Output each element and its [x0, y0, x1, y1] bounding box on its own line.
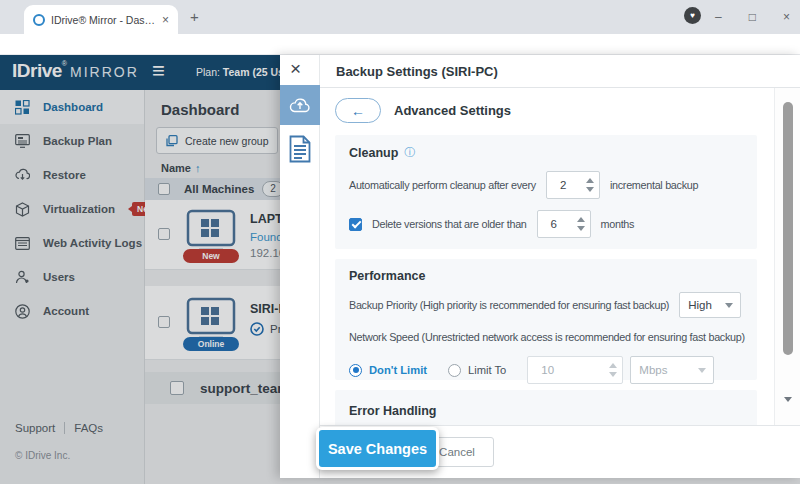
- delete-versions-checkbox[interactable]: [349, 218, 362, 231]
- limit-value-stepper[interactable]: 10: [527, 356, 623, 384]
- delete-months-value: 6: [538, 218, 572, 230]
- close-window-button[interactable]: ×: [783, 10, 790, 24]
- save-changes-button[interactable]: Save Changes: [316, 427, 439, 470]
- limit-unit-dropdown[interactable]: Mbps: [630, 356, 714, 384]
- browser-tab[interactable]: IDrive® Mirror - Dashboard ×: [24, 5, 178, 34]
- delete-months-suffix: months: [601, 218, 635, 230]
- performance-heading: Performance: [349, 269, 743, 283]
- error-handling-section: Error Handling: [335, 390, 757, 425]
- backup-priority-row: Backup Priority (High priority is recomm…: [349, 292, 743, 318]
- error-handling-heading: Error Handling: [349, 404, 743, 418]
- stepper-arrows: [604, 363, 622, 377]
- performance-section: Performance Backup Priority (High priori…: [335, 259, 757, 380]
- cleanup-count-value: 2: [547, 179, 581, 191]
- limit-value: 10: [528, 364, 604, 376]
- new-tab-button[interactable]: +: [190, 8, 199, 25]
- heart-icon[interactable]: ♥: [684, 7, 701, 24]
- stepper-down-icon[interactable]: [586, 187, 594, 192]
- stepper-arrows[interactable]: [572, 217, 590, 231]
- error-handling-heading-text: Error Handling: [349, 404, 437, 418]
- stepper-up-icon: [609, 363, 617, 368]
- tab-title: IDrive® Mirror - Dashboard: [51, 14, 156, 26]
- tab-close-icon[interactable]: ×: [162, 13, 169, 27]
- dropdown-caret-icon: [698, 368, 706, 373]
- back-button[interactable]: ←: [335, 98, 381, 123]
- panel-scrollbar[interactable]: [774, 88, 800, 425]
- auto-cleanup-suffix: incremental backup: [610, 179, 698, 191]
- priority-dropdown[interactable]: High: [679, 292, 741, 318]
- browser-tab-strip: IDrive® Mirror - Dashboard × + ♥ – □ ×: [0, 0, 800, 34]
- stepper-up-icon[interactable]: [586, 178, 594, 183]
- browser-toolbar: ← → ↻ idrivemirror.com/mirror/dashboard …: [0, 34, 800, 55]
- delete-versions-label: Delete versions that are older than: [372, 218, 527, 230]
- dont-limit-label[interactable]: Don't Limit: [369, 364, 427, 376]
- backup-settings-panel: × Backup Settings (SIRI-PC) ← Advanced S…: [280, 55, 800, 478]
- limit-unit-value: Mbps: [631, 364, 698, 376]
- limit-options-row: Don't Limit Limit To 10 Mbps: [349, 356, 743, 384]
- stepper-down-icon[interactable]: [577, 226, 585, 231]
- idrive-favicon: [33, 14, 45, 26]
- panel-close-icon[interactable]: ×: [290, 58, 301, 80]
- limit-to-label[interactable]: Limit To: [468, 364, 506, 376]
- info-icon[interactable]: ⓘ: [404, 145, 415, 160]
- advanced-settings-label: Advanced Settings: [394, 103, 511, 118]
- panel-title: Backup Settings (SIRI-PC): [320, 64, 498, 79]
- cleanup-section: Cleanup ⓘ Automatically perform cleanup …: [335, 135, 757, 249]
- cancel-button-label: Cancel: [439, 446, 475, 458]
- network-speed-label: Network Speed (Unrestricted network acce…: [349, 331, 745, 343]
- maximize-button[interactable]: □: [749, 10, 756, 24]
- tab-report[interactable]: [289, 135, 311, 167]
- tab-backup-settings[interactable]: [280, 85, 320, 125]
- save-button-label: Save Changes: [328, 441, 427, 457]
- cleanup-heading: Cleanup ⓘ: [349, 145, 743, 160]
- advanced-settings-row: ← Advanced Settings: [335, 98, 511, 123]
- delete-versions-row: Delete versions that are older than 6 mo…: [349, 210, 743, 238]
- stepper-arrows[interactable]: [581, 178, 599, 192]
- stepper-down-icon: [609, 372, 617, 377]
- scrollbar-thumb[interactable]: [783, 102, 793, 355]
- limit-to-radio[interactable]: [448, 364, 461, 377]
- minimize-button[interactable]: –: [715, 10, 722, 24]
- auto-cleanup-prefix: Automatically perform cleanup after ever…: [349, 179, 536, 191]
- stepper-up-icon[interactable]: [577, 217, 585, 222]
- panel-header: Backup Settings (SIRI-PC): [320, 55, 800, 88]
- cleanup-count-stepper[interactable]: 2: [546, 171, 600, 199]
- priority-value: High: [680, 299, 725, 311]
- auto-cleanup-row: Automatically perform cleanup after ever…: [349, 171, 743, 199]
- network-speed-row: Network Speed (Unrestricted network acce…: [349, 331, 743, 343]
- dont-limit-radio[interactable]: [349, 364, 362, 377]
- panel-tab-strip: ×: [280, 55, 320, 478]
- dropdown-caret-icon: [725, 303, 733, 308]
- backup-priority-label: Backup Priority (High priority is recomm…: [349, 299, 669, 311]
- report-doc-icon: [289, 135, 311, 163]
- window-controls: – □ ×: [715, 0, 790, 34]
- scroll-down-icon[interactable]: [784, 402, 792, 420]
- performance-heading-text: Performance: [349, 269, 425, 283]
- cleanup-heading-text: Cleanup: [349, 146, 398, 160]
- panel-body: ← Advanced Settings Cleanup ⓘ Automatica…: [320, 88, 774, 425]
- cloud-upload-icon: [289, 97, 311, 113]
- delete-months-stepper[interactable]: 6: [537, 210, 591, 238]
- back-arrow-icon: ←: [351, 103, 365, 119]
